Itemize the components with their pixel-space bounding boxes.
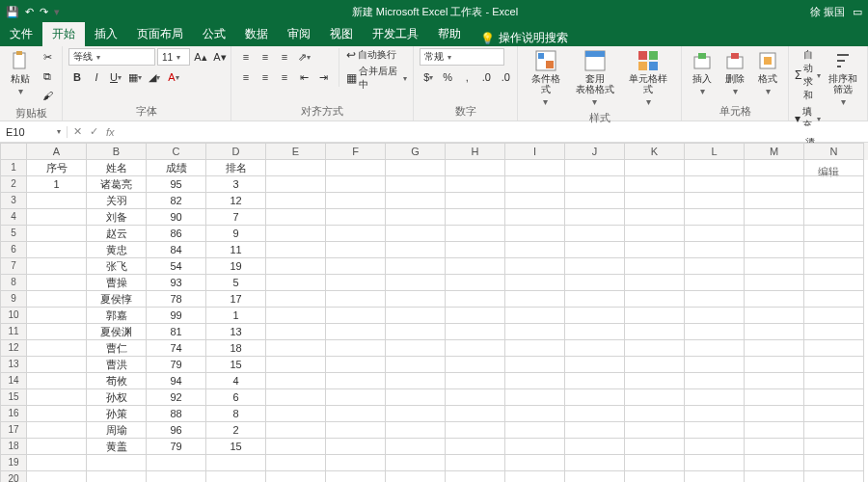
cell[interactable] [745,455,804,471]
row-header[interactable]: 19 [0,455,27,471]
undo-icon[interactable]: ↶ [25,6,34,18]
cell[interactable]: 赵云 [87,226,147,242]
delete-cells-button[interactable]: 删除▾ [720,48,749,98]
cell[interactable]: 12 [206,193,266,209]
cell[interactable] [804,357,864,373]
cell[interactable] [804,275,864,291]
row-header[interactable]: 12 [0,340,27,357]
cell[interactable] [326,193,386,209]
cell[interactable]: 99 [147,308,206,324]
cell[interactable] [625,258,685,275]
cell[interactable] [386,340,446,357]
cell[interactable]: 姓名 [87,160,147,176]
col-header-J[interactable]: J [565,143,625,160]
cell[interactable]: 11 [206,242,266,258]
cell[interactable] [27,258,87,275]
merge-button[interactable]: ▦合并后居中▾ [346,65,407,92]
cond-format-button[interactable]: 条件格式▾ [524,48,568,109]
cell[interactable] [386,226,446,242]
tab-data[interactable]: 数据 [235,22,278,46]
cell[interactable] [565,324,625,340]
cell[interactable]: 孙策 [87,406,147,422]
row-header[interactable]: 7 [0,258,27,275]
percent-button[interactable]: % [439,68,456,86]
cell[interactable] [565,340,625,357]
col-header-B[interactable]: B [87,143,147,160]
cell[interactable] [326,455,386,471]
row-header[interactable]: 1 [0,160,27,176]
col-header-M[interactable]: M [745,143,804,160]
cell[interactable] [27,406,87,422]
cell[interactable] [446,308,505,324]
cell[interactable] [745,324,804,340]
cell[interactable] [27,209,87,226]
font-size-select[interactable]: 11▾ [157,48,190,66]
cell[interactable] [804,439,864,455]
cell[interactable] [386,258,446,275]
cell[interactable] [745,471,804,482]
cell[interactable] [685,160,745,176]
cell[interactable] [87,455,147,471]
cell[interactable]: 5 [206,275,266,291]
cell[interactable] [446,455,505,471]
cell[interactable]: 1 [27,176,87,193]
cell[interactable] [804,209,864,226]
cell[interactable] [685,226,745,242]
cell[interactable]: 96 [147,422,206,439]
cell[interactable] [565,373,625,389]
cell[interactable] [685,439,745,455]
cell[interactable] [27,340,87,357]
cell[interactable]: 1 [206,308,266,324]
cell[interactable] [685,471,745,482]
cell[interactable] [386,455,446,471]
cell[interactable] [266,275,326,291]
tab-file[interactable]: 文件 [0,22,42,46]
cell[interactable] [386,324,446,340]
cell[interactable]: 86 [147,226,206,242]
cell[interactable]: 84 [147,242,206,258]
tab-help[interactable]: 帮助 [428,22,471,46]
cell[interactable] [386,308,446,324]
col-header-L[interactable]: L [685,143,745,160]
cell[interactable] [505,291,565,308]
format-cells-button[interactable]: 格式▾ [753,48,782,98]
cell[interactable] [386,471,446,482]
cell[interactable] [804,340,864,357]
cell[interactable] [266,439,326,455]
cell[interactable] [505,193,565,209]
cell-styles-button[interactable]: 单元格样式▾ [622,48,675,109]
cell[interactable] [326,389,386,406]
cell[interactable] [386,275,446,291]
cell[interactable]: 78 [147,291,206,308]
cell[interactable] [326,340,386,357]
tab-home[interactable]: 开始 [42,22,85,46]
cell[interactable] [804,258,864,275]
row-header[interactable]: 11 [0,324,27,340]
cell[interactable] [565,209,625,226]
cell[interactable] [326,308,386,324]
align-top-button[interactable]: ≡ [237,48,255,66]
cell[interactable] [326,324,386,340]
cell[interactable] [446,209,505,226]
cell[interactable] [326,242,386,258]
cell[interactable] [326,275,386,291]
cell[interactable] [326,422,386,439]
align-center-button[interactable]: ≡ [257,68,274,86]
col-header-A[interactable]: A [27,143,87,160]
cell[interactable] [505,373,565,389]
currency-button[interactable]: $▾ [420,68,437,86]
cell[interactable] [505,308,565,324]
copy-button[interactable]: ⧉ [39,67,56,85]
cell[interactable] [625,324,685,340]
cell[interactable] [565,291,625,308]
autosum-button[interactable]: Σ自动求和▾ [795,48,821,102]
cell[interactable]: 19 [206,258,266,275]
underline-button[interactable]: U▾ [107,68,124,86]
cell[interactable] [685,340,745,357]
cell[interactable] [27,422,87,439]
cell[interactable] [745,373,804,389]
cell[interactable] [27,226,87,242]
cell[interactable] [27,357,87,373]
grow-font-button[interactable]: A▴ [192,48,209,66]
cell[interactable] [446,471,505,482]
